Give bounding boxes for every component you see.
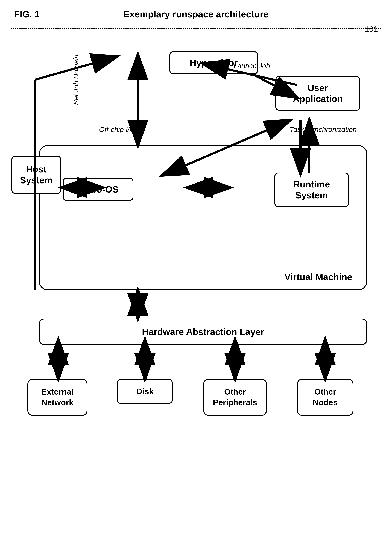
set-job-domain-label: Set Job Domain bbox=[72, 54, 80, 105]
off-chip-io-label: Off-chip I/O bbox=[99, 126, 135, 133]
user-application-box: User Application bbox=[275, 76, 360, 111]
fig-label: FIG. 1 bbox=[14, 9, 40, 19]
hal-box: Hardware Abstraction Layer bbox=[39, 319, 367, 345]
launch-job-label: Launch Job bbox=[233, 62, 270, 70]
host-system-box: Host System bbox=[11, 156, 61, 194]
fig-title: Exemplary runspace architecture bbox=[124, 9, 269, 19]
other-peripherals-box: Other Peripherals bbox=[203, 379, 267, 416]
virtual-machine-label: Virtual Machine bbox=[285, 272, 352, 282]
runtime-system-box: Runtime System bbox=[275, 172, 349, 207]
other-nodes-box: Other Nodes bbox=[297, 379, 354, 416]
external-network-box: External Network bbox=[27, 379, 88, 416]
virtual-machine-container: Virtual Machine Micro-OS Runtime System bbox=[39, 145, 367, 290]
disk-box: Disk bbox=[117, 379, 173, 404]
micro-os-box: Micro-OS bbox=[63, 178, 133, 201]
task-sync-label: Task Synchronization bbox=[290, 126, 357, 133]
